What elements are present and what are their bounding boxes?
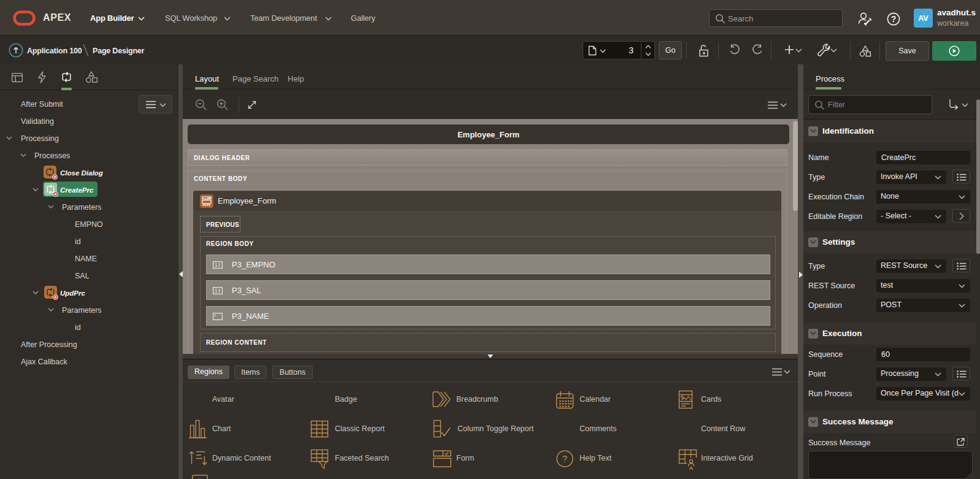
svg-text:?: ? [562, 453, 567, 464]
svg-text:1: 1 [215, 288, 218, 294]
svg-text:1: 1 [215, 262, 218, 268]
svg-text:?: ? [891, 14, 897, 24]
